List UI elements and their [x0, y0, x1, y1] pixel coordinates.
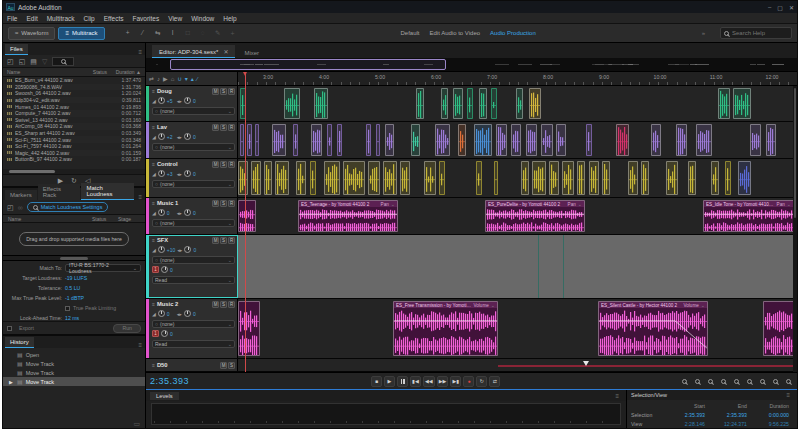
volume-knob[interactable] [158, 246, 165, 253]
file-row[interactable]: ES_Burn_v4 44100 2.wav1:37.470 [3, 77, 145, 84]
track-name[interactable]: Doug [157, 88, 172, 94]
arm-record-button[interactable]: R [228, 88, 235, 95]
timeline-ruler[interactable]: 3:004:005:006:007:008:009:0010:0011:0012… [238, 72, 797, 86]
arm-record-button[interactable]: R [228, 124, 235, 131]
audio-clip[interactable] [589, 161, 599, 195]
playhead[interactable] [245, 72, 246, 372]
audio-clip[interactable] [521, 161, 529, 195]
input-gain-knob[interactable] [161, 330, 168, 337]
audio-clip[interactable] [616, 124, 629, 156]
filter-icon[interactable]: ▽ [42, 57, 47, 66]
zoom-out-time-icon[interactable] [757, 376, 767, 386]
file-row[interactable]: ES_Sharp art 44100 2.wav0:03.349 [3, 130, 145, 137]
file-row[interactable]: AirComp_08 44100 2.wav0:03.368 [3, 123, 145, 130]
solo-button[interactable]: S [220, 301, 227, 308]
audio-clip[interactable] [458, 124, 466, 156]
audio-clip[interactable] [376, 124, 380, 156]
audio-clip[interactable] [651, 124, 661, 156]
audio-clip[interactable] [641, 161, 649, 195]
track-lane[interactable]: ES_Free Transmission - by Yomoti 44100 2… [238, 299, 793, 358]
automation-mode-select[interactable]: Read⌄ [152, 276, 235, 284]
sv-start-value[interactable]: 2:28.146 [663, 421, 705, 427]
zoom-in-point-icon[interactable] [679, 376, 689, 386]
audio-clip[interactable]: ES_PureDelite - by Yomoti 44100 2Pan⌄ [485, 200, 585, 232]
mute-button[interactable]: M [212, 88, 219, 95]
fast-forward-button[interactable]: ▶▶ [437, 376, 449, 387]
file-row[interactable]: ButtonBi_97 44100 2.wav0:00.187 [3, 156, 145, 163]
history-item[interactable]: ▶▤Move Track [3, 377, 145, 386]
volume-knob[interactable] [158, 170, 165, 177]
audio-clip[interactable] [264, 161, 272, 195]
minimize-icon[interactable]: – [768, 4, 771, 11]
track-fx-select[interactable]: ○(none)⌄ [152, 107, 235, 115]
audio-clip[interactable] [666, 161, 678, 195]
audio-clip[interactable] [296, 161, 306, 195]
loop-playback-button[interactable]: ↻ [476, 376, 487, 387]
maximize-icon[interactable]: ▢ [777, 4, 783, 11]
audio-clip[interactable] [733, 88, 751, 119]
pan-knob[interactable] [184, 170, 191, 177]
audio-clip[interactable] [763, 301, 793, 356]
zoom-left-icon[interactable] [705, 376, 715, 386]
track-lane[interactable] [238, 159, 793, 197]
track-fx-select[interactable]: ○(none)⌄ [152, 143, 235, 151]
pan-knob[interactable] [184, 246, 191, 253]
audio-clip[interactable] [541, 124, 553, 156]
paintbrush-tool-icon[interactable]: ✎ [213, 28, 223, 38]
audio-clip[interactable] [385, 124, 394, 156]
tab-effects-rack[interactable]: Effects Rack [38, 184, 81, 200]
track-name[interactable]: Control [157, 161, 178, 167]
clip-envelope-label[interactable]: Pan [381, 202, 389, 207]
audio-clip[interactable] [435, 124, 450, 156]
audio-clip[interactable] [738, 161, 751, 195]
loudness-splitter[interactable] [3, 255, 145, 261]
sv-duration-value[interactable]: 9:56.225 [747, 421, 789, 427]
master-track-lane[interactable] [238, 359, 793, 371]
field-value[interactable]: -19 LUFS [65, 275, 87, 281]
pencil-icon[interactable]: ⁄ [197, 75, 198, 83]
audio-clip[interactable] [314, 88, 328, 119]
match-to-select[interactable]: ITU-R BS.1770-2 Loudness ⌄ [65, 264, 141, 272]
audio-clip[interactable] [725, 161, 731, 195]
track-name[interactable]: Music 2 [157, 301, 178, 307]
file-row[interactable]: adp304-v2_edit.wav0:39.811 [3, 97, 145, 104]
loudness-column-status[interactable]: Status [92, 216, 118, 222]
audio-clip[interactable] [327, 124, 332, 156]
zoom-navigator[interactable] [146, 58, 797, 72]
audio-clip[interactable] [467, 88, 473, 119]
file-row[interactable]: Swoosh_06 44100 2.wav1:20.024 [3, 90, 145, 97]
audio-clip[interactable] [311, 124, 322, 156]
audio-clip[interactable] [366, 124, 371, 156]
track-lane[interactable] [238, 86, 793, 121]
zoom-right-icon[interactable] [718, 376, 728, 386]
multitrack-view-button[interactable]: ≡Multitrack [58, 27, 104, 40]
audio-clip[interactable] [532, 161, 546, 195]
audio-clip[interactable] [676, 124, 687, 156]
audio-clip[interactable] [416, 88, 424, 119]
audio-clip[interactable] [238, 161, 248, 195]
audio-clip[interactable] [750, 124, 761, 156]
audio-clip[interactable] [602, 161, 610, 195]
audio-clip[interactable] [474, 124, 492, 156]
navigator-view-box[interactable] [170, 59, 446, 70]
audio-clip[interactable] [476, 161, 482, 195]
waveform-view-button[interactable]: ≈Waveform [8, 27, 55, 40]
audio-clip[interactable] [439, 161, 445, 195]
tracks-v-scrollbar[interactable] [793, 86, 797, 372]
workspace-edit-audio-to-video[interactable]: Edit Audio to Video [429, 30, 480, 36]
arm-record-button[interactable]: R [228, 161, 235, 168]
zoom-out-point-icon[interactable] [692, 376, 702, 386]
loudness-column-name[interactable]: Name [8, 216, 92, 222]
razor-tool-icon[interactable]: ⁄ [138, 28, 148, 38]
arm-record-button[interactable]: R [228, 237, 235, 244]
audio-clip[interactable] [549, 161, 559, 195]
file-row[interactable]: 20590086_74.8.WAV1:31.736 [3, 84, 145, 91]
track-name[interactable]: SFX [157, 237, 168, 243]
audio-clip[interactable] [275, 161, 289, 195]
move-to-next-button[interactable]: ▶▮ [450, 376, 461, 387]
file-row[interactable]: Swivel_13 44100 2.wav0:03.160 [3, 117, 145, 124]
sv-end-value[interactable]: 2:35.393 [705, 412, 747, 418]
mute-button[interactable]: M [212, 237, 219, 244]
menu-file[interactable]: File [7, 15, 17, 22]
menu-window[interactable]: Window [191, 15, 214, 22]
